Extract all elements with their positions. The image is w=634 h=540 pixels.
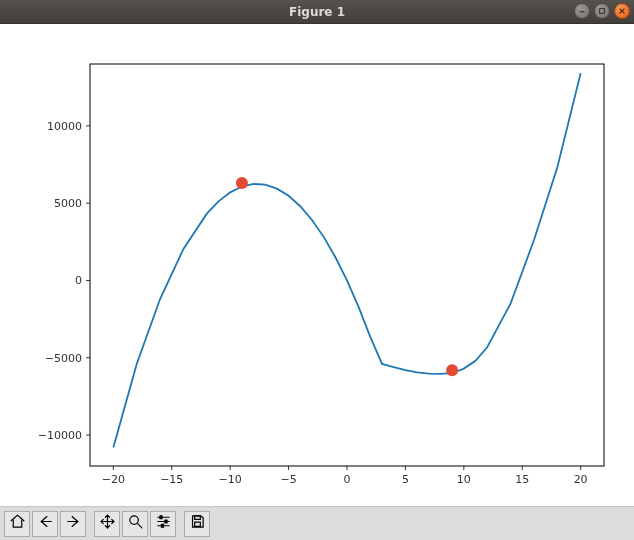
xtick-label: 5 — [402, 473, 409, 486]
svg-line-9 — [137, 524, 141, 528]
xtick-label: 20 — [574, 473, 588, 486]
marker-point — [446, 364, 458, 376]
svg-point-8 — [129, 516, 138, 525]
ytick-label: −10000 — [38, 429, 82, 442]
window-title: Figure 1 — [289, 5, 345, 19]
figure-window: Figure 1 −20−15−10−505101520−10000−50000… — [0, 0, 634, 540]
xtick-label: 10 — [457, 473, 471, 486]
xtick-label: 15 — [515, 473, 529, 486]
xtick-label: −15 — [160, 473, 183, 486]
ytick-label: −5000 — [45, 352, 82, 365]
save-button[interactable] — [184, 511, 210, 537]
home-icon — [9, 513, 26, 534]
xtick-label: −5 — [280, 473, 296, 486]
configure-button[interactable] — [150, 511, 176, 537]
axes-frame — [90, 64, 604, 466]
svg-rect-13 — [159, 516, 161, 519]
svg-rect-15 — [161, 524, 163, 527]
minimize-button[interactable] — [574, 3, 590, 19]
ytick-label: 10000 — [47, 120, 82, 133]
xtick-label: −10 — [219, 473, 242, 486]
home-button[interactable] — [4, 511, 30, 537]
pan-button[interactable] — [94, 511, 120, 537]
titlebar: Figure 1 — [0, 0, 634, 24]
window-controls — [574, 3, 630, 19]
configure-icon — [155, 513, 172, 534]
xtick-label: 0 — [344, 473, 351, 486]
marker-point — [236, 177, 248, 189]
save-icon — [189, 513, 206, 534]
maximize-button[interactable] — [594, 3, 610, 19]
svg-rect-1 — [600, 9, 605, 14]
ytick-label: 0 — [75, 275, 82, 288]
pan-icon — [99, 513, 116, 534]
zoom-icon — [127, 513, 144, 534]
toolbar — [0, 506, 634, 540]
plot-area[interactable]: −20−15−10−505101520−10000−50000500010000 — [0, 24, 634, 506]
back-button[interactable] — [32, 511, 58, 537]
zoom-button[interactable] — [122, 511, 148, 537]
svg-rect-16 — [194, 516, 200, 520]
forward-icon — [65, 513, 82, 534]
ytick-label: 5000 — [54, 197, 82, 210]
svg-rect-14 — [164, 520, 166, 523]
xtick-label: −20 — [102, 473, 125, 486]
svg-rect-17 — [194, 522, 200, 526]
back-icon — [37, 513, 54, 534]
forward-button[interactable] — [60, 511, 86, 537]
series-line — [113, 73, 580, 447]
plot-svg: −20−15−10−505101520−10000−50000500010000 — [0, 24, 634, 506]
close-button[interactable] — [614, 3, 630, 19]
